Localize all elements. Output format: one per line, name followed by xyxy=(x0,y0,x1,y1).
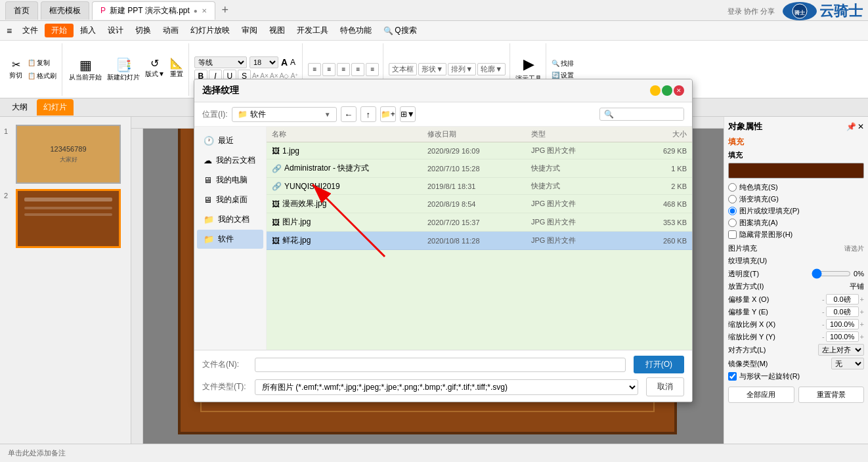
justify-btn[interactable]: ≡ xyxy=(351,63,364,76)
offset-y-minus[interactable]: - xyxy=(822,308,825,316)
nav-cloud[interactable]: ☁ 我的云文档 xyxy=(197,151,263,170)
filetype-select[interactable]: 所有图片 (*.emf;*.wmf;*.jpg;*.jpeg;*.jpe;*.p… xyxy=(255,379,638,395)
menu-slideshow[interactable]: 幻灯片放映 xyxy=(185,24,235,37)
filename-input[interactable] xyxy=(255,358,626,372)
menu-start-btn[interactable]: 开始 xyxy=(45,24,74,37)
offset-x-plus[interactable]: + xyxy=(860,295,864,303)
offset-y-input[interactable] xyxy=(826,306,859,317)
file-row-5[interactable]: 🖼鲜花.jpg 2020/10/8 11:28 JPG 图片文件 260 KB xyxy=(267,232,692,250)
nav-recent[interactable]: 🕐 最近 xyxy=(197,131,263,150)
offset-x-input[interactable] xyxy=(826,294,859,304)
font-grow-btn[interactable]: A xyxy=(281,57,288,68)
view-mode-btn[interactable]: ⊞▼ xyxy=(400,106,416,122)
quick-styles-btn[interactable]: 轮廓▼ xyxy=(477,63,506,75)
scale-x-minus[interactable]: - xyxy=(822,320,825,328)
search-input-dialog[interactable] xyxy=(618,108,684,120)
file-row-1[interactable]: 🔗Administrator - 快捷方式 2020/7/10 15:28 快捷… xyxy=(267,159,692,178)
scale-y-input[interactable] xyxy=(826,331,859,342)
find-btn[interactable]: 🔍找排 xyxy=(552,59,574,68)
hide-bg-checkbox[interactable] xyxy=(728,230,737,239)
tab-close-btn[interactable]: ✕ xyxy=(202,7,207,14)
file-row-0[interactable]: 🖼1.jpg 2020/9/29 16:09 JPG 图片文件 629 KB xyxy=(267,142,692,159)
menu-design[interactable]: 设计 xyxy=(102,24,129,37)
radio-picture-texture[interactable] xyxy=(728,207,737,215)
fill-color-btn[interactable] xyxy=(728,163,864,178)
tab-outline[interactable]: 大纲 xyxy=(5,99,34,116)
dialog-max-btn[interactable] xyxy=(662,85,672,96)
shape-btn[interactable]: 形状▼ xyxy=(418,63,446,75)
nav-back-btn[interactable]: ← xyxy=(341,106,357,122)
add-tab-btn[interactable]: + xyxy=(218,3,232,18)
cancel-btn[interactable]: 取消 xyxy=(646,377,684,396)
menu-switch[interactable]: 切换 xyxy=(130,24,156,37)
radio-solid[interactable] xyxy=(728,183,737,192)
menu-devtools[interactable]: 开发工具 xyxy=(292,24,334,37)
slide-thumb-2[interactable] xyxy=(16,189,121,248)
cut-btn[interactable]: ✂剪切 xyxy=(8,57,24,82)
menu-view[interactable]: 视图 xyxy=(264,24,290,37)
slide-layout-btn[interactable]: 📑新建幻灯片 xyxy=(106,56,141,83)
align-right-btn[interactable]: ≡ xyxy=(337,63,350,76)
panel-pin-btn[interactable]: 📌 xyxy=(846,122,856,131)
location-path-box[interactable]: 📁 软件 ▼ xyxy=(232,107,337,122)
scale-x-plus[interactable]: + xyxy=(860,320,864,328)
dialog-min-btn[interactable] xyxy=(650,85,661,96)
paste-btn[interactable]: 📋格式刷 xyxy=(26,70,58,82)
file-row-4[interactable]: 🖼图片.jpg 2020/7/20 15:37 JPG 图片文件 353 KB xyxy=(267,213,692,232)
new-folder-btn[interactable]: 📁+ xyxy=(380,106,396,122)
right-panel: 对象属性 📌 ✕ 填充 填充 纯色填充(S) 渐变填充(G) xyxy=(724,117,868,444)
menu-icon-grid[interactable]: ≡ xyxy=(3,24,16,37)
open-btn[interactable]: 打开(O) xyxy=(634,356,684,373)
mirror-select[interactable]: 无 xyxy=(831,358,864,369)
apply-all-btn[interactable]: 全部应用 xyxy=(728,387,794,403)
panel-close-btn[interactable]: ✕ xyxy=(857,122,864,131)
align-center-btn[interactable]: ≡ xyxy=(322,63,336,76)
dialog-close-btn[interactable]: ✕ xyxy=(674,85,684,96)
dialog-titlebar: 选择纹理 ✕ xyxy=(194,79,692,102)
font-shrink-btn[interactable]: A xyxy=(290,58,295,67)
menu-file[interactable]: 文件 xyxy=(17,24,43,37)
reset-slide-btn[interactable]: ↺版式▼ xyxy=(144,56,166,83)
search-icon-dialog: 🔍 xyxy=(600,108,618,120)
align-left-btn[interactable]: ≡ xyxy=(308,63,321,76)
nav-desktop[interactable]: 🖥 我的桌面 xyxy=(197,190,263,209)
align-select[interactable]: 左上对齐 xyxy=(818,344,864,356)
slide-thumb-1[interactable]: 123456789 大家好 xyxy=(16,125,121,184)
status-add-note[interactable]: 单击此处添加备注 xyxy=(8,448,66,458)
font-family-select[interactable]: 等线 xyxy=(194,56,247,68)
menu-review[interactable]: 审阅 xyxy=(236,24,263,37)
offset-y-label: 偏移量 Y (E) xyxy=(728,307,768,317)
menu-search[interactable]: 🔍 Q搜索 xyxy=(378,24,422,37)
transparency-slider[interactable] xyxy=(812,268,851,279)
file-icon-2: 🔗 xyxy=(272,182,282,191)
nav-up-btn[interactable]: ↑ xyxy=(360,106,376,122)
tab-ppt[interactable]: P 新建 PPT 演示文稿.ppt ● ✕ xyxy=(92,1,215,20)
scale-x-input[interactable] xyxy=(826,319,859,329)
nav-computer[interactable]: 🖥 我的电脑 xyxy=(197,171,263,190)
menu-special[interactable]: 特色功能 xyxy=(335,24,377,37)
scale-y-minus[interactable]: - xyxy=(822,333,825,341)
copy-btn[interactable]: 📋复制 xyxy=(26,57,58,69)
arrange-btn[interactable]: 排列▼ xyxy=(448,63,476,75)
offset-y-plus[interactable]: + xyxy=(860,308,864,316)
radio-gradient[interactable] xyxy=(728,195,737,203)
tab-home[interactable]: 首页 xyxy=(5,1,38,20)
with-shape-checkbox[interactable] xyxy=(728,372,737,381)
file-row-3[interactable]: 🖼漫画效果.jpg 2020/8/19 8:54 JPG 图片文件 468 KB xyxy=(267,195,692,213)
nav-documents[interactable]: 📁 我的文档 xyxy=(197,210,263,229)
nav-software[interactable]: 📁 软件 xyxy=(197,230,263,249)
new-slide-btn[interactable]: ▦从当前开始 xyxy=(68,56,103,83)
menu-animation[interactable]: 动画 xyxy=(158,24,184,37)
offset-x-minus[interactable]: - xyxy=(822,295,825,303)
scale-y-plus[interactable]: + xyxy=(860,333,864,341)
tab-slides[interactable]: 幻灯片 xyxy=(37,99,74,116)
menu-insert[interactable]: 插入 xyxy=(75,24,101,37)
section-btn[interactable]: 📐重置 xyxy=(169,56,184,83)
reset-bg-btn[interactable]: 重置背景 xyxy=(798,387,865,403)
more-align-btn[interactable]: ≡ xyxy=(366,63,379,76)
file-row-2[interactable]: 🔗YUNQISHI2019 2019/8/1 18:31 快捷方式 2 KB xyxy=(267,178,692,195)
font-size-select[interactable]: 18 xyxy=(250,56,278,68)
tab-template[interactable]: 框壳模板 xyxy=(41,1,89,20)
radio-pattern[interactable] xyxy=(728,219,737,227)
text-box-btn[interactable]: 文本框 xyxy=(389,63,417,75)
